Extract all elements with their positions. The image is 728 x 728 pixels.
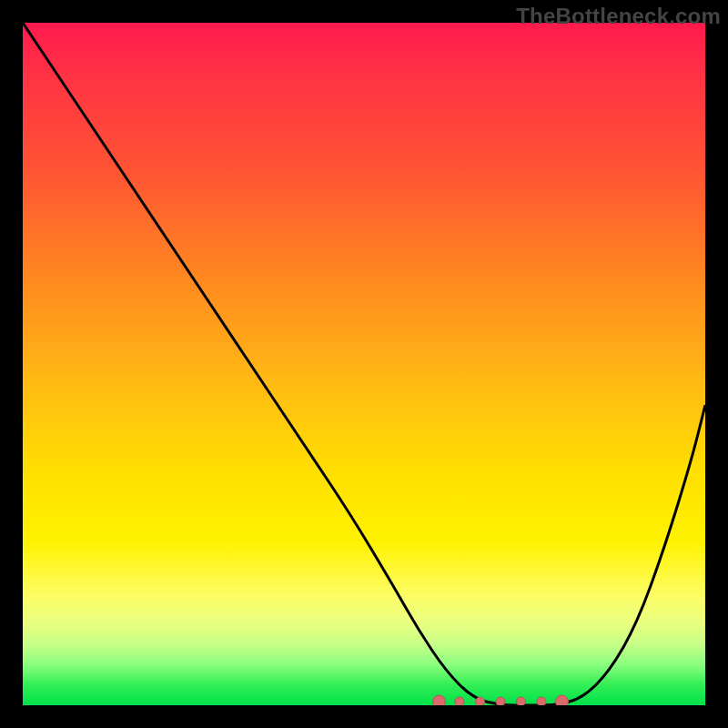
chart-plot-area <box>23 23 705 705</box>
minimum-marker <box>433 695 446 705</box>
minimum-marker <box>476 697 485 705</box>
minimum-marker <box>537 697 546 705</box>
minimum-marker <box>556 695 569 705</box>
watermark-text: TheBottleneck.com <box>516 4 721 29</box>
bottleneck-curve-line <box>23 23 705 705</box>
minimum-marker <box>496 697 505 705</box>
minimum-marker <box>455 697 464 705</box>
bottleneck-curve-svg <box>23 23 705 705</box>
minimum-marker <box>517 697 526 705</box>
